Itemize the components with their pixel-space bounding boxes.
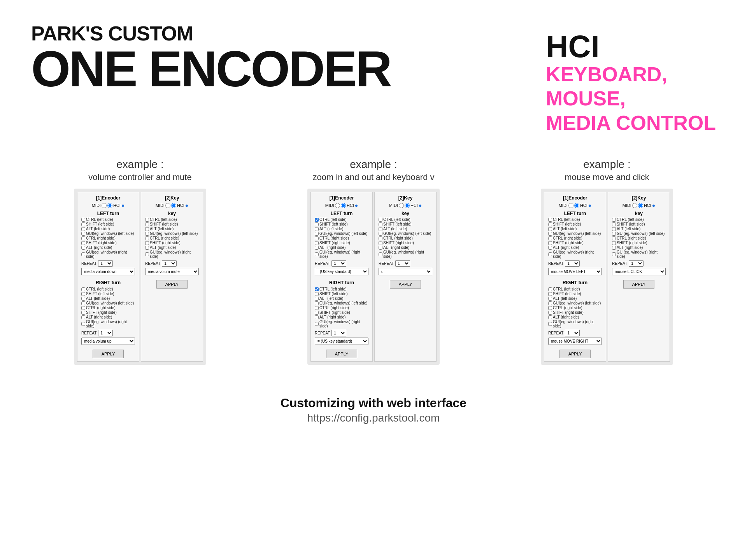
example-1-title: example : — [116, 158, 163, 171]
ex3-r-cb3: ALT (left side) — [548, 296, 602, 301]
footer-url[interactable]: https://config.parkstool.com — [281, 412, 466, 424]
ex3-midi-radio[interactable] — [568, 203, 573, 208]
ex1-r-repeat: REPEAT 123 — [81, 330, 135, 336]
ex1-k-cb6: SHIFT (right side) — [145, 241, 199, 245]
ex3-k-cb2: SHIFT (left side) — [612, 222, 666, 226]
ex1-l-cb1: CTRL (left side) — [81, 217, 135, 222]
ex1-l-action-select[interactable]: media volum down media volum up media vo… — [81, 268, 135, 275]
ex1-key-hci-radio[interactable] — [171, 203, 176, 208]
ex1-key-midi-radio[interactable] — [165, 203, 170, 208]
ex2-l-action-select[interactable]: - (US key standard) = (US key standard) — [315, 268, 368, 275]
ex2-r-cb3: ALT (left side) — [315, 296, 368, 301]
ex2-k-cb3: ALT (left side) — [379, 227, 432, 231]
ex1-r-cb4: GUI(eg. windows) (left side) — [81, 301, 135, 305]
example-3-title: example : — [583, 158, 630, 171]
ex1-k-cb3: ALT (left side) — [145, 227, 199, 231]
ex2-key-midi-row: MIDI HCI ● — [379, 202, 432, 208]
ex2-k-action-select[interactable]: u v — [379, 268, 432, 275]
ex1-l-cb3: ALT (left side) — [81, 227, 135, 231]
ex2-k-cb2: SHIFT (left side) — [379, 222, 432, 226]
ex3-key-midi-row: MIDI HCI ● — [612, 202, 666, 208]
ex1-k-cb8: GUI(eg. windows) (right side) — [145, 250, 199, 259]
ex3-r-cb2: SHIFT (left side) — [548, 292, 602, 296]
ex3-l-action-select[interactable]: mouse MOVE LEFT mouse MOVE RIGHT mouse L… — [548, 268, 602, 275]
header-hci: HCI — [546, 31, 716, 62]
ex1-midi-radio[interactable] — [102, 203, 107, 208]
ex2-key-midi-radio[interactable] — [399, 203, 404, 208]
ex2-key-hci-radio[interactable] — [405, 203, 410, 208]
ex1-k-cb5: CTRL (right side) — [145, 236, 199, 240]
ex1-r-cb6: SHIFT (right side) — [81, 310, 135, 315]
ex3-l-repeat: REPEAT 123 — [548, 260, 602, 267]
ex3-k-action-select[interactable]: mouse L CLICK mouse MOVE LEFT mouse MOVE… — [612, 268, 666, 275]
ex1-enc-apply-button[interactable]: APPLY — [93, 350, 124, 358]
ex2-l-cb7: ALT (right side) — [315, 245, 368, 250]
ex2-key-apply-button[interactable]: APPLY — [390, 280, 421, 289]
ex3-key-hci-radio[interactable] — [638, 203, 643, 208]
ex1-key-header: [2]Key — [145, 195, 199, 201]
ex3-k-cb8: GUI(eg. windows) (right side) — [612, 250, 666, 259]
ex1-r-cb7: ALT (right side) — [81, 315, 135, 319]
ex2-k-cb7: ALT (right side) — [379, 245, 432, 250]
ex1-l-repeat-select[interactable]: 123 — [98, 260, 113, 267]
ex3-r-cb8: GUI(eg. windows) (right side) — [548, 320, 602, 328]
ex3-r-cb7: ALT (right side) — [548, 315, 602, 319]
ex3-r-repeat-select[interactable]: 123 — [565, 330, 580, 336]
footer: Customizing with web interface https://c… — [281, 396, 466, 440]
ex2-r-repeat-select[interactable]: 123 — [331, 330, 346, 336]
ex1-k-action-select[interactable]: media volum mute media volum down media … — [145, 268, 199, 275]
ex2-enc-apply-button[interactable]: APPLY — [326, 350, 357, 358]
ex3-key-apply-button[interactable]: APPLY — [623, 280, 654, 289]
ex3-r-cb5: CTRL (right side) — [548, 306, 602, 310]
example-2: example : zoom in and out and keyboard v… — [307, 158, 440, 365]
ex3-l-cb8: GUI(eg. windows) (right side) — [548, 250, 602, 259]
example-2-title: example : — [350, 158, 397, 171]
ex2-r-cb1: CTRL (left side) — [315, 287, 368, 291]
ex1-k-cb4: GUI(eg. windows) (left side) — [145, 231, 199, 236]
ex2-key-label: key — [379, 211, 432, 216]
example-3-subtitle: mouse move and click — [565, 172, 649, 182]
ex3-hci-radio[interactable] — [574, 203, 579, 208]
ex1-r-action-select[interactable]: media volum up media volum down media vo… — [81, 338, 135, 345]
header-pink-line2: MOUSE, — [546, 86, 716, 110]
ex3-l-cb7: ALT (right side) — [548, 245, 602, 250]
ex3-l-repeat-select[interactable]: 123 — [565, 260, 580, 267]
ex2-midi-radio[interactable] — [335, 203, 340, 208]
ex1-key-apply-button[interactable]: APPLY — [156, 280, 188, 289]
ex3-l-cb3: ALT (left side) — [548, 227, 602, 231]
ex1-r-cb8: GUI(eg. windows) (right side) — [81, 320, 135, 328]
ex2-hci-radio[interactable] — [341, 203, 346, 208]
example-3-panel: [1]Encoder MIDI HCI ● LEFT turn CTRL (le… — [541, 189, 673, 365]
ex1-k-repeat-select[interactable]: 123 — [162, 260, 177, 267]
ex1-r-repeat-select[interactable]: 123 — [98, 330, 113, 336]
ex1-hci-radio[interactable] — [107, 203, 112, 208]
ex1-r-cb1: CTRL (left side) — [81, 287, 135, 291]
ex1-key-label: key — [145, 211, 199, 216]
ex1-key-midi-label: MIDI — [156, 203, 165, 208]
ex3-k-repeat-select[interactable]: 123 — [629, 260, 644, 267]
ex2-l-cb1: CTRL (left side) — [315, 217, 368, 222]
ex2-enc-header: [1]Encoder — [315, 195, 368, 201]
ex3-k-cb1: CTRL (left side) — [612, 217, 666, 222]
ex3-r-action-select[interactable]: mouse MOVE RIGHT mouse MOVE LEFT mouse L… — [548, 338, 602, 345]
header: PARK'S CUSTOM ONE ENCODER HCI KEYBOARD, … — [0, 0, 747, 150]
ex1-l-cb5: CTRL (right side) — [81, 236, 135, 240]
ex2-right-section: RIGHT turn — [315, 280, 368, 285]
example-2-panel: [1]Encoder MIDI HCI ● LEFT turn CTRL (le… — [307, 189, 440, 365]
ex3-enc-apply-button[interactable]: APPLY — [559, 350, 591, 358]
ex2-r-action-select[interactable]: = (US key standard) - (US key standard) — [315, 338, 368, 345]
ex2-l-repeat-select[interactable]: 123 — [331, 260, 346, 267]
ex3-key-header: [2]Key — [612, 195, 666, 201]
ex2-l-cb5: CTRL (right side) — [315, 236, 368, 240]
ex2-k-repeat-select[interactable]: 123 — [395, 260, 410, 267]
ex2-key-header: [2]Key — [379, 195, 432, 201]
ex3-midi-label: MIDI — [559, 203, 568, 208]
ex1-k-cb1: CTRL (left side) — [145, 217, 199, 222]
ex2-k-cb6: SHIFT (right side) — [379, 241, 432, 245]
ex2-k-cb5: CTRL (right side) — [379, 236, 432, 240]
ex3-r-cb6: SHIFT (right side) — [548, 310, 602, 315]
ex1-k-cb7: ALT (right side) — [145, 245, 199, 250]
ex3-key-midi-radio[interactable] — [632, 203, 637, 208]
ex2-midi-label: MIDI — [325, 203, 334, 208]
ex2-enc-dot: ● — [355, 202, 358, 208]
